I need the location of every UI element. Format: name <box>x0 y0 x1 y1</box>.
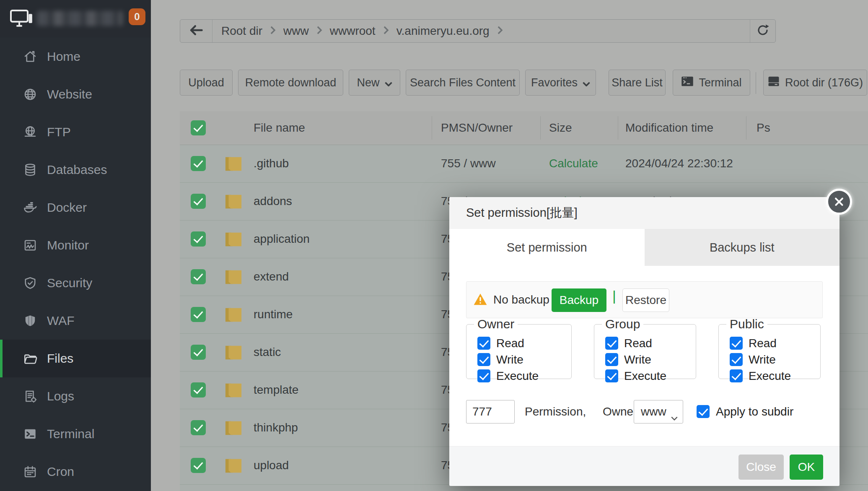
folder-icon[interactable] <box>224 220 243 258</box>
table-row[interactable]: .github 755 / www Calculate 2024/04/24 2… <box>180 145 868 183</box>
group-legend: Owner <box>474 317 518 331</box>
favorites-button[interactable]: Favorites <box>525 70 596 96</box>
tab-set-permission[interactable]: Set permission <box>449 229 645 266</box>
group-legend: Public <box>726 317 767 331</box>
checkbox-checked-icon[interactable] <box>730 337 743 350</box>
folder-icon[interactable] <box>224 484 243 491</box>
sidebar-item-home[interactable]: Home <box>0 38 151 75</box>
file-name[interactable]: application <box>254 220 310 258</box>
group-read-option[interactable]: Read <box>605 337 691 350</box>
row-checkbox[interactable] <box>191 220 206 258</box>
checkbox-checked-icon[interactable] <box>477 369 490 382</box>
sidebar-item-security[interactable]: Security <box>0 264 151 302</box>
checkbox-checked-icon[interactable] <box>477 337 490 350</box>
checkbox-checked-icon[interactable] <box>730 369 743 382</box>
new-button[interactable]: New <box>349 70 400 96</box>
remote-download-button[interactable]: Remote download <box>238 70 343 96</box>
ok-button[interactable]: OK <box>790 455 823 480</box>
checkbox-checked-icon[interactable] <box>477 353 490 366</box>
root-dir-disk-button[interactable]: Root dir (176G) <box>763 70 867 96</box>
back-button[interactable] <box>180 20 212 42</box>
breadcrumb-wwwroot[interactable]: wwwroot <box>330 24 376 38</box>
checkbox-checked-icon[interactable] <box>605 353 618 366</box>
row-checkbox[interactable] <box>191 371 206 409</box>
row-checkbox[interactable] <box>191 484 206 491</box>
file-name[interactable]: .github <box>254 145 289 182</box>
refresh-button[interactable] <box>750 20 775 42</box>
notification-badge[interactable]: 0 <box>129 8 145 25</box>
file-name[interactable]: template <box>254 371 298 409</box>
sidebar-item-databases[interactable]: Databases <box>0 151 151 189</box>
sidebar-item-waf[interactable]: WAF <box>0 302 151 340</box>
backup-button[interactable]: Backup <box>552 288 606 312</box>
row-checkbox[interactable] <box>191 333 206 371</box>
column-pmsn-owner[interactable]: PMSN/Owner <box>441 111 513 145</box>
folder-icon[interactable] <box>224 258 243 296</box>
file-name[interactable]: runtime <box>254 296 293 333</box>
row-checkbox[interactable] <box>191 145 206 182</box>
checkbox-checked-icon[interactable] <box>730 353 743 366</box>
row-checkbox[interactable] <box>191 296 206 333</box>
sidebar-item-ftp[interactable]: FTP <box>0 113 151 151</box>
folder-icon[interactable] <box>224 145 243 182</box>
group-write-option[interactable]: Write <box>605 353 691 366</box>
server-name-blurred <box>37 11 123 26</box>
file-name[interactable]: thinkphp <box>254 409 298 447</box>
close-icon[interactable] <box>826 189 852 215</box>
column-modification-time[interactable]: Modification time <box>625 111 713 145</box>
sidebar-item-terminal[interactable]: Terminal <box>0 415 151 453</box>
restore-button[interactable]: Restore <box>622 288 669 312</box>
folder-icon[interactable] <box>224 333 243 371</box>
public-read-option[interactable]: Read <box>730 337 815 350</box>
permission-value-input[interactable] <box>466 400 515 423</box>
sidebar-item-website[interactable]: Website <box>0 75 151 113</box>
checkbox-checked-icon <box>191 382 206 397</box>
folder-icon[interactable] <box>224 447 243 484</box>
apply-to-subdir-checkbox[interactable] <box>697 405 710 418</box>
calculate-link[interactable]: Calculate <box>549 145 598 182</box>
checkbox-checked-icon[interactable] <box>605 369 618 382</box>
search-files-content-button[interactable]: Search Files Content <box>406 70 520 96</box>
breadcrumb-www[interactable]: www <box>283 24 309 38</box>
public-execute-option[interactable]: Execute <box>730 369 815 383</box>
column-ps[interactable]: Ps <box>757 111 770 145</box>
group-execute-option[interactable]: Execute <box>605 369 691 383</box>
share-list-button[interactable]: Share List <box>609 70 666 96</box>
sidebar-item-cron[interactable]: Cron <box>0 453 151 491</box>
owner-select[interactable]: www <box>634 400 683 423</box>
public-write-option[interactable]: Write <box>730 353 815 366</box>
tab-backups-list[interactable]: Backups list <box>645 229 840 266</box>
folder-icon[interactable] <box>224 371 243 409</box>
select-all-checkbox[interactable] <box>191 111 206 145</box>
file-name[interactable]: static <box>254 333 281 371</box>
owner-write-option[interactable]: Write <box>477 353 566 366</box>
file-name[interactable]: upload <box>254 447 289 484</box>
file-name[interactable]: extend <box>254 258 289 296</box>
row-checkbox[interactable] <box>191 409 206 447</box>
file-mtime: 2024/04/24 22:30:12 <box>625 145 733 182</box>
column-file-name[interactable]: File name <box>254 111 305 145</box>
close-button[interactable]: Close <box>738 455 784 480</box>
row-checkbox[interactable] <box>191 447 206 484</box>
breadcrumb-site[interactable]: v.animeryu.eu.org <box>396 24 490 38</box>
upload-button[interactable]: Upload <box>180 70 233 96</box>
row-checkbox[interactable] <box>191 258 206 296</box>
folder-icon[interactable] <box>224 182 243 220</box>
chevron-down-icon <box>385 76 392 89</box>
sidebar-item-files[interactable]: Files <box>0 340 151 377</box>
sidebar-item-docker[interactable]: Docker <box>0 189 151 226</box>
file-name[interactable]: addons <box>254 182 292 220</box>
checkbox-checked-icon[interactable] <box>605 337 618 350</box>
owner-read-option[interactable]: Read <box>477 337 566 350</box>
refresh-icon <box>756 23 770 39</box>
folder-icon[interactable] <box>224 409 243 447</box>
breadcrumb-root[interactable]: Root dir <box>221 24 262 38</box>
row-checkbox[interactable] <box>191 182 206 220</box>
sidebar-item-monitor[interactable]: Monitor <box>0 226 151 264</box>
column-size[interactable]: Size <box>549 111 572 145</box>
folder-icon[interactable] <box>224 296 243 333</box>
owner-execute-option[interactable]: Execute <box>477 369 566 383</box>
terminal-button[interactable]: Terminal <box>673 70 750 96</box>
sidebar-item-logs[interactable]: Logs <box>0 377 151 415</box>
cron-icon <box>22 463 39 480</box>
